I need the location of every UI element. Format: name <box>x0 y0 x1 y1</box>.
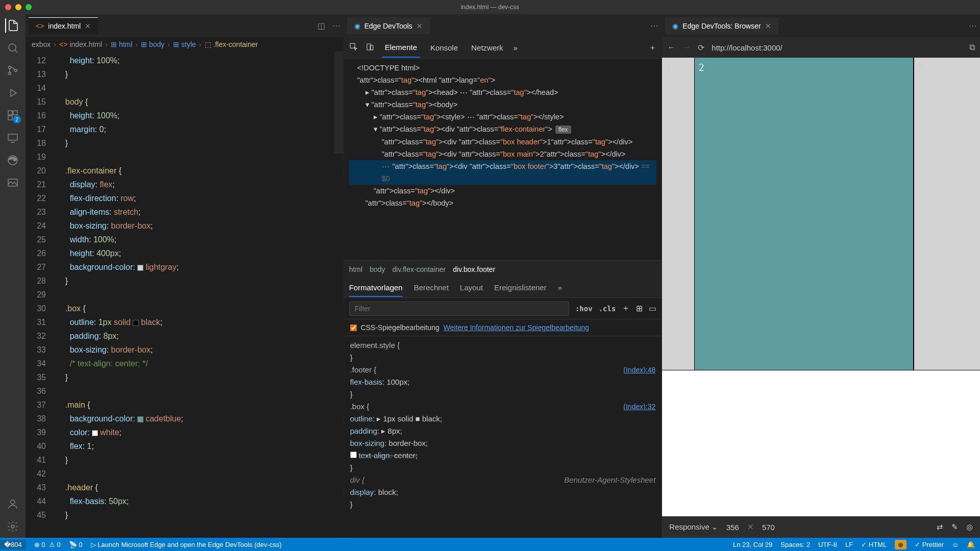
tab-close-icon[interactable]: ✕ <box>85 22 91 30</box>
el-crumb[interactable]: body <box>370 265 385 273</box>
zoom-dot[interactable] <box>26 4 32 10</box>
back-icon[interactable]: ← <box>667 43 675 52</box>
lang-mode[interactable]: ✓ HTML <box>861 541 887 548</box>
computed-icon[interactable]: ▭ <box>649 304 656 313</box>
search-icon[interactable] <box>6 41 20 55</box>
box-header: 1 <box>662 58 695 370</box>
reload-icon[interactable]: ⟳ <box>698 43 704 53</box>
debug-icon[interactable] <box>6 86 20 100</box>
elements-tree[interactable]: <!DOCTYPE html>"attr">class="tag"><html … <box>344 59 662 260</box>
prettier-status[interactable]: ✓ Prettier <box>915 541 944 548</box>
tab-layout[interactable]: Layout <box>460 283 483 292</box>
svg-point-0 <box>9 44 16 51</box>
more-icon[interactable]: ⋯ <box>332 21 340 31</box>
device-height[interactable]: 570 <box>762 523 775 532</box>
device-mode[interactable]: Responsive ⌄ <box>669 522 718 532</box>
explorer-icon[interactable] <box>5 18 19 33</box>
crumb[interactable]: style <box>181 40 196 48</box>
crumb[interactable]: html <box>119 40 132 48</box>
crumb[interactable]: .flex-container <box>213 40 258 48</box>
tab-close-icon[interactable]: ✕ <box>416 22 423 30</box>
breadcrumbs[interactable]: exbox› <> index.html› ⊞ html› ⊞ body› ⊞ … <box>26 37 344 52</box>
source-control-icon[interactable] <box>6 63 20 78</box>
tab-elements[interactable]: Elemente <box>382 38 420 58</box>
errors-count[interactable]: ⊗ 0 ⚠ 0 <box>34 541 61 548</box>
tab-styles[interactable]: Formatvorlagen <box>349 283 403 297</box>
eol[interactable]: LF <box>845 541 853 548</box>
crumb[interactable]: index.html <box>69 40 102 48</box>
device-icon[interactable] <box>365 42 375 53</box>
crumb[interactable]: body <box>149 40 164 48</box>
forward-icon[interactable]: → <box>682 43 691 52</box>
more-tabs-icon[interactable]: » <box>558 283 562 292</box>
close-dot[interactable] <box>5 4 11 10</box>
crumb[interactable]: exbox <box>32 40 51 48</box>
remote-indicator[interactable]: �804 <box>0 540 26 549</box>
mirror-checkbox[interactable] <box>350 324 357 331</box>
tab-listeners[interactable]: Ereignislistener <box>494 283 547 292</box>
tab-index-html[interactable]: <> index.html ✕ <box>29 17 98 34</box>
styles-panel[interactable]: element.style {}.footer {(Index):48flex-… <box>344 336 662 538</box>
tab-console[interactable]: Konsole <box>427 38 461 57</box>
svg-point-11 <box>11 525 14 528</box>
launch-edge[interactable]: ▷ Launch Microsoft Edge and open the Edg… <box>91 541 282 548</box>
flex-editor-icon[interactable]: ⊞ <box>636 304 643 313</box>
titlebar: index.html — dev-css <box>0 0 980 14</box>
remote-icon[interactable] <box>6 131 20 145</box>
hov-toggle[interactable]: :hov <box>575 305 593 313</box>
encoding[interactable]: UTF-8 <box>818 541 837 548</box>
tab-label: Edge DevTools <box>364 22 412 30</box>
feedback-icon[interactable]: ☺ <box>952 541 959 548</box>
tab-close-icon[interactable]: ✕ <box>765 22 771 30</box>
image-icon[interactable] <box>6 176 20 190</box>
gear-icon[interactable] <box>6 519 20 534</box>
add-rule-icon[interactable]: ＋ <box>622 303 630 314</box>
split-editor-icon[interactable]: ◫ <box>317 21 325 31</box>
el-crumb[interactable]: div.box.footer <box>453 265 495 273</box>
box-main: 2 <box>695 58 914 370</box>
extensions-icon[interactable]: 2 <box>6 108 20 122</box>
cursor-position[interactable]: Ln 23, Col 29 <box>733 541 772 548</box>
cls-toggle[interactable]: .cls <box>599 305 616 313</box>
browser-tabs: ◉ Edge DevTools: Browser ✕ ⋯ <box>662 14 980 37</box>
html-file-icon: <> <box>36 22 44 30</box>
filter-input[interactable] <box>349 302 569 316</box>
browser-panel: ◉ Edge DevTools: Browser ✕ ⋯ ← → ⟳ http:… <box>662 14 980 538</box>
elements-breadcrumbs[interactable]: html body div.flex-container div.box.foo… <box>344 260 662 278</box>
more-tabs-icon[interactable]: » <box>513 43 518 52</box>
inspect-icon[interactable] <box>349 42 358 53</box>
more-icon[interactable]: ⋯ <box>969 21 977 31</box>
device-width[interactable]: 356 <box>726 523 739 532</box>
devtools-toolbar: Elemente Konsole Netzwerk » ＋ <box>344 37 662 59</box>
more-icon[interactable]: ⋯ <box>650 21 658 31</box>
code-editor[interactable]: Ꮖ 12 height: 100%;13 }1415 body {16 heig… <box>26 52 344 538</box>
target-icon[interactable]: ◎ <box>966 522 973 532</box>
ports-count[interactable]: 📡 0 <box>69 541 83 548</box>
copilot-icon[interactable]: ⊕ <box>895 540 906 549</box>
add-tab-icon[interactable]: ＋ <box>649 43 656 53</box>
pencil-icon[interactable]: ✎ <box>951 522 958 532</box>
el-crumb[interactable]: div.flex-container <box>392 265 446 273</box>
tab-network[interactable]: Netzwerk <box>468 38 506 57</box>
account-icon[interactable] <box>6 497 20 511</box>
edge-icon[interactable] <box>6 153 20 167</box>
page-preview[interactable]: 1 2 3 <box>662 58 980 516</box>
minimap[interactable] <box>334 52 344 154</box>
mirror-link[interactable]: Weitere Informationen zur Spiegelbearbei… <box>444 323 589 332</box>
bell-icon[interactable]: 🔔 <box>967 541 975 548</box>
el-crumb[interactable]: html <box>349 265 362 273</box>
minimize-dot[interactable] <box>15 4 21 10</box>
styles-tabs: Formatvorlagen Berechnet Layout Ereignis… <box>344 278 662 298</box>
tab-devtools[interactable]: ◉ Edge DevTools ✕ <box>347 17 430 34</box>
tab-computed[interactable]: Berechnet <box>414 283 449 292</box>
tab-browser[interactable]: ◉ Edge DevTools: Browser ✕ <box>665 17 778 34</box>
svg-rect-7 <box>8 134 17 140</box>
url-bar[interactable]: http://localhost:3000/ <box>712 43 962 52</box>
svg-point-10 <box>11 500 15 504</box>
indent[interactable]: Spaces: 2 <box>780 541 810 548</box>
mirror-label: CSS-Spiegelbearbeitung <box>361 323 439 332</box>
window-controls[interactable] <box>5 4 32 10</box>
rotate-icon[interactable]: ⇄ <box>937 522 943 532</box>
svg-point-2 <box>9 72 11 75</box>
screenshot-icon[interactable]: ⧉ <box>969 43 975 52</box>
